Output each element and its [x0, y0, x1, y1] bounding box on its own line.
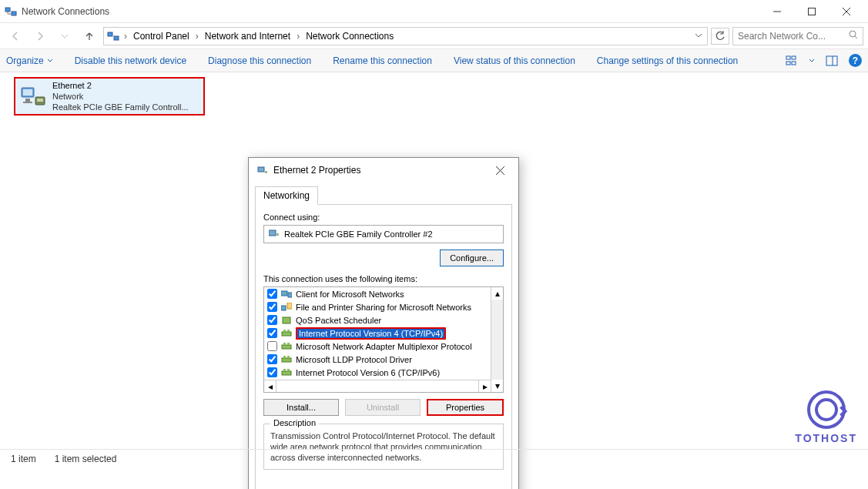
- svg-rect-31: [287, 303, 292, 309]
- protocol-list-item[interactable]: Client for Microsoft Networks: [264, 287, 491, 300]
- svg-rect-36: [282, 345, 291, 349]
- scroll-left-icon[interactable]: ◂: [264, 380, 276, 392]
- nav-forward-button[interactable]: [29, 25, 51, 47]
- description-legend: Description: [270, 418, 319, 427]
- protocol-checkbox[interactable]: [267, 367, 277, 377]
- svg-rect-10: [786, 56, 790, 59]
- properties-button[interactable]: Properties: [427, 399, 504, 416]
- item-buttons: Install... Uninstall Properties: [263, 399, 504, 416]
- breadcrumb-bar[interactable]: › Control Panel › Network and Internet ›…: [103, 27, 708, 45]
- install-button[interactable]: Install...: [263, 399, 339, 416]
- svg-rect-6: [108, 32, 112, 36]
- nic-icon: [20, 82, 46, 110]
- toolbar-change-settings[interactable]: Change settings of this connection: [597, 55, 738, 66]
- adapter-item-ethernet2[interactable]: Ethernet 2 Network Realtek PCIe GBE Fami…: [14, 77, 205, 116]
- dialog-close-button[interactable]: [489, 159, 511, 181]
- svg-rect-43: [283, 369, 286, 371]
- protocol-checkbox[interactable]: [267, 341, 277, 351]
- window-title: Network Connections: [22, 6, 109, 17]
- protocol-icon: [281, 329, 292, 338]
- nic-small-icon: [256, 164, 269, 176]
- svg-rect-14: [826, 56, 837, 65]
- tab-networking[interactable]: Networking: [255, 186, 318, 205]
- horizontal-scrollbar[interactable]: ◂ ▸: [264, 380, 491, 392]
- breadcrumb-item[interactable]: Network and Internet: [203, 29, 292, 43]
- svg-rect-17: [23, 89, 32, 95]
- protocol-list-item[interactable]: QoS Packet Scheduler: [264, 313, 491, 327]
- protocol-list-item[interactable]: Microsoft LLDP Protocol Driver: [264, 353, 491, 366]
- svg-rect-0: [5, 8, 10, 12]
- svg-rect-3: [808, 8, 815, 15]
- tab-strip: Networking: [255, 186, 512, 205]
- svg-rect-42: [282, 371, 291, 375]
- view-options-button[interactable]: [784, 53, 799, 69]
- protocol-icon: [281, 316, 292, 325]
- svg-rect-13: [792, 62, 796, 65]
- watermark-text: TOTHOST: [795, 432, 857, 444]
- nav-back-button[interactable]: [5, 25, 26, 47]
- recent-dropdown-icon[interactable]: [54, 25, 75, 47]
- nav-up-button[interactable]: [79, 25, 100, 47]
- svg-rect-41: [287, 356, 290, 358]
- protocol-label: Internet Protocol Version 4 (TCP/IPv4): [296, 327, 446, 340]
- scroll-up-icon[interactable]: ▴: [491, 287, 503, 300]
- protocol-list-item[interactable]: Internet Protocol Version 4 (TCP/IPv4): [264, 327, 491, 340]
- protocol-checkbox[interactable]: [267, 302, 277, 312]
- close-button[interactable]: [829, 0, 863, 23]
- dialog-titlebar[interactable]: Ethernet 2 Properties: [249, 158, 518, 183]
- protocol-checkbox[interactable]: [267, 354, 277, 364]
- protocol-label: File and Printer Sharing for Microsoft N…: [296, 303, 471, 312]
- toolbar-view-status[interactable]: View status of this connection: [454, 55, 575, 66]
- toolbar-diagnose[interactable]: Diagnose this connection: [208, 55, 311, 66]
- organize-menu[interactable]: Organize: [6, 55, 53, 66]
- adapter-name: Ethernet 2: [52, 80, 199, 91]
- protocol-icon: [281, 303, 292, 312]
- protocol-icon: [281, 368, 292, 377]
- breadcrumb-item[interactable]: Control Panel: [132, 29, 191, 43]
- scroll-down-icon[interactable]: ▾: [491, 380, 503, 392]
- protocol-checkbox[interactable]: [267, 289, 277, 299]
- protocol-list-item[interactable]: Microsoft Network Adapter Multiplexor Pr…: [264, 340, 491, 353]
- search-icon: [849, 30, 858, 42]
- search-input[interactable]: [738, 31, 844, 42]
- svg-rect-26: [269, 230, 276, 236]
- items-label: This connection uses the following items…: [263, 274, 504, 283]
- svg-rect-35: [287, 330, 290, 332]
- svg-rect-37: [283, 343, 286, 345]
- tothost-logo-icon: [807, 390, 846, 429]
- svg-rect-34: [283, 330, 286, 332]
- toolbar-rename[interactable]: Rename this connection: [333, 55, 432, 66]
- refresh-button[interactable]: [711, 28, 729, 45]
- protocol-list-item[interactable]: Internet Protocol Version 6 (TCP/IPv6): [264, 366, 491, 379]
- svg-rect-23: [265, 171, 267, 173]
- svg-rect-27: [276, 233, 279, 236]
- svg-rect-28: [281, 291, 287, 296]
- address-bar-row: › Control Panel › Network and Internet ›…: [0, 23, 868, 49]
- command-bar: Organize Disable this network device Dia…: [0, 49, 868, 72]
- configure-button[interactable]: Configure...: [440, 250, 504, 266]
- scroll-right-icon[interactable]: ▸: [478, 380, 491, 392]
- window-titlebar: Network Connections: [0, 0, 868, 23]
- toolbar-disable-device[interactable]: Disable this network device: [75, 55, 186, 66]
- svg-rect-32: [283, 317, 290, 323]
- protocol-label: Client for Microsoft Networks: [296, 290, 404, 299]
- preview-pane-button[interactable]: [824, 53, 840, 69]
- chevron-right-icon: ›: [124, 31, 127, 42]
- tab-panel: Connect using: Realtek PCIe GBE Family C…: [255, 205, 512, 489]
- uninstall-button: Uninstall: [345, 399, 421, 416]
- protocol-checkbox[interactable]: [267, 315, 277, 325]
- svg-rect-29: [288, 293, 292, 297]
- breadcrumb-item[interactable]: Network Connections: [304, 29, 395, 43]
- svg-rect-39: [282, 358, 291, 362]
- vertical-scrollbar[interactable]: ▴ ▾: [491, 287, 503, 392]
- minimize-button[interactable]: [759, 0, 794, 23]
- maximize-button[interactable]: [794, 0, 829, 23]
- search-box[interactable]: [732, 27, 863, 45]
- chevron-down-icon[interactable]: [695, 31, 702, 42]
- help-button[interactable]: ?: [849, 54, 862, 67]
- protocol-checkbox[interactable]: [267, 328, 277, 338]
- protocol-list-item[interactable]: File and Printer Sharing for Microsoft N…: [264, 300, 491, 313]
- protocol-list[interactable]: Client for Microsoft NetworksFile and Pr…: [263, 286, 504, 393]
- content-area: Ethernet 2 Network Realtek PCIe GBE Fami…: [0, 72, 868, 467]
- chevron-down-icon[interactable]: [809, 55, 815, 66]
